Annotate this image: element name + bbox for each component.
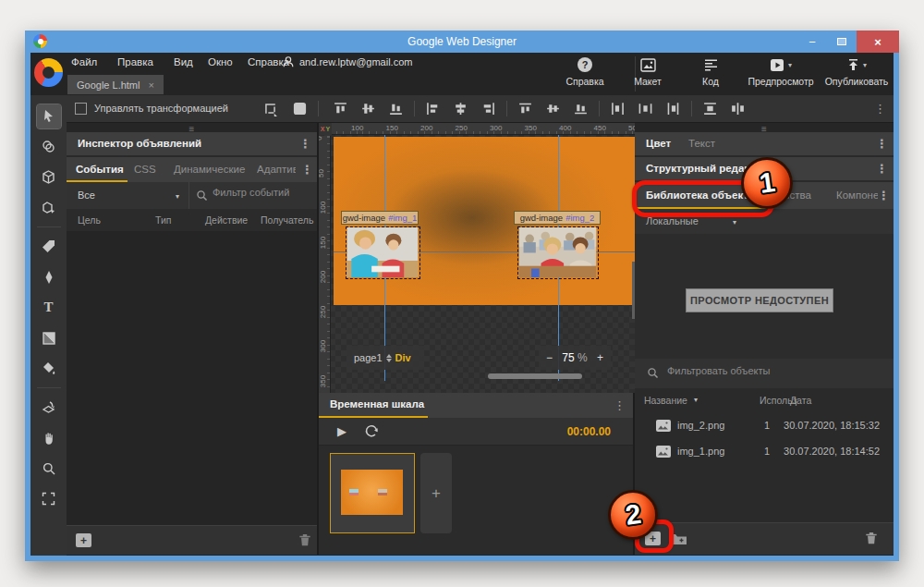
asset-row[interactable]: img_1.png 1 30.07.2020, 18:14:52 [635,440,894,464]
3d-object-translate-tool[interactable] [37,165,61,190]
pen-tool[interactable] [37,265,61,289]
events-type-dropdown[interactable]: Все [78,182,95,209]
page-thumbnail[interactable] [330,453,415,533]
window-titlebar[interactable]: Google Web Designer − × [25,31,899,53]
3d-object-rotate-tool[interactable] [37,135,61,159]
publish-icon [846,58,861,72]
inspector-tabs-menu-icon[interactable]: ⋮ [301,157,313,182]
ruler-number: 250 [319,305,327,317]
zoom-out-button[interactable]: − [546,351,553,364]
menu-edit[interactable]: Правка [117,56,153,67]
help-button[interactable]: ? Справка [553,56,616,93]
delete-event-icon[interactable] [298,532,311,547]
crop-tool-icon[interactable] [262,101,278,116]
timeline-menu-icon[interactable]: ⋮ [614,398,626,412]
page-updown-icon[interactable] [386,354,392,362]
zoom-tool[interactable] [37,457,61,481]
align-top-icon[interactable] [333,101,348,116]
col-action[interactable]: Действие [205,209,248,231]
tab-close-icon[interactable]: × [148,79,153,91]
element-type-label[interactable]: Div [395,352,411,363]
stage-camera-tool[interactable] [37,396,61,420]
tag-tool[interactable] [37,235,61,259]
hand-tool[interactable] [37,426,61,450]
events-filter-input[interactable] [213,187,314,198]
close-button[interactable]: × [857,31,899,53]
col-type[interactable]: Тип [155,209,172,231]
align-center-vertical-icon[interactable] [360,101,376,116]
selection-tool[interactable] [37,104,61,128]
tab-css[interactable]: CSS [134,157,156,182]
distribute-right-icon[interactable] [665,101,681,116]
add-event-button[interactable]: + [76,533,91,547]
callout-2-number: 2 [623,498,642,532]
filter-divider [188,182,189,209]
ruler-number: 500 [628,124,635,132]
tab-events[interactable]: События [76,157,124,182]
stage-image-2[interactable] [517,226,599,279]
maximize-button[interactable] [827,31,857,53]
distribute-vertical-icon[interactable] [702,101,718,116]
text-tool[interactable]: T [37,296,61,320]
align-left-icon[interactable] [425,101,441,116]
panel-drag-handle[interactable]: ≡ [67,123,317,132]
menu-file[interactable]: Файл [71,56,97,67]
element-tag: gwd-image [343,213,385,223]
align-center-horizontal-icon[interactable] [453,101,468,116]
library-tabs-menu-icon[interactable]: ⋮ [878,182,890,209]
asset-row[interactable]: img_2.png 1 30.07.2020, 18:15:32 [635,414,894,438]
toolbar-menu-icon[interactable]: ⋮ [874,102,886,116]
minimize-button[interactable]: − [797,31,827,53]
panel-drag-handle[interactable]: ≡ [635,123,894,132]
resize-tool-icon[interactable] [292,101,308,116]
layout-button[interactable]: Макет [616,56,679,93]
align-right-icon[interactable] [480,101,496,116]
publish-button[interactable]: ▾ Опубликовать [820,56,894,93]
tab-components[interactable]: Компоне [836,182,879,209]
tab-responsive[interactable]: Адаптив [257,157,296,182]
col-date[interactable]: Дата [790,391,811,410]
menu-view[interactable]: Вид [174,56,193,67]
page-selector[interactable]: page1 Div [346,346,424,370]
col-target[interactable]: Цель [78,209,101,231]
delete-asset-icon[interactable] [865,531,878,545]
stage-align-top-icon[interactable] [517,101,533,116]
library-filter-input[interactable] [667,365,852,376]
zoom-in-button[interactable]: + [597,351,603,364]
transform-checkbox[interactable] [75,103,87,115]
zoom-value[interactable]: 75 [562,351,574,364]
inspector-menu-icon[interactable]: ⋮ [299,132,311,155]
vertical-scrollbar[interactable] [632,262,635,319]
add-page-button[interactable]: + [420,453,452,533]
structure-menu-icon[interactable]: ⋮ [876,157,888,180]
document-tab[interactable]: Google L.html × [67,75,164,94]
col-receiver[interactable]: Получатель [261,209,313,231]
preview-button[interactable]: ▾ Предпросмотр [742,56,820,93]
color-panel-menu-icon[interactable]: ⋮ [876,132,888,155]
inspector-title: Инспектор объявлений [78,138,201,149]
account-menu[interactable]: and.rew.lptw@gmail.com [282,55,412,68]
stage-align-middle-icon[interactable] [545,101,561,116]
stage-align-bottom-icon[interactable] [573,101,589,116]
loop-icon[interactable] [363,424,380,438]
window-title: Google Web Designer [25,35,899,48]
align-bottom-icon[interactable] [388,101,404,116]
stage-canvas[interactable]: gwd-image #img_1 gwd-image #img_2 [319,123,635,393]
tab-color[interactable]: Цвет [646,132,671,155]
tab-dynamic[interactable]: Динамические [174,157,245,182]
stage-image-1[interactable] [346,226,420,279]
menu-window[interactable]: Окно [208,56,233,67]
timeline-header: Временная шкала ⋮ [319,393,633,418]
col-name[interactable]: Название [644,391,687,410]
distribute-left-icon[interactable] [610,101,626,116]
tab-text[interactable]: Текст [688,132,715,155]
3d-stage-rotate-tool[interactable] [37,196,61,220]
spacing-icon[interactable] [730,101,746,116]
fullscreen-tool[interactable] [37,487,61,511]
play-button[interactable]: ▶ [337,424,346,438]
code-button[interactable]: Код [679,56,742,93]
horizontal-scrollbar[interactable] [488,373,582,379]
paint-bucket-tool[interactable] [37,357,61,381]
distribute-center-icon[interactable] [638,101,653,116]
gradient-tool[interactable] [37,326,61,350]
